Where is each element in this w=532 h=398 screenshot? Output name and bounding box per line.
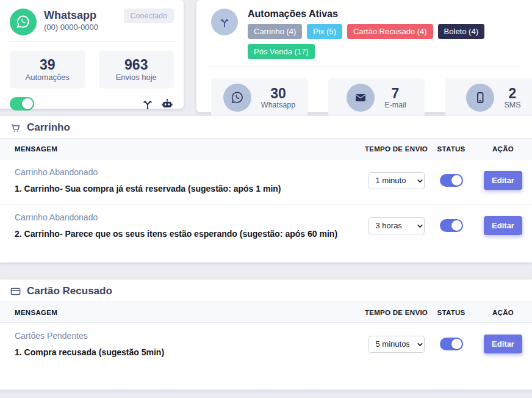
whatsapp-icon bbox=[223, 84, 251, 112]
edit-button[interactable]: Editar bbox=[484, 335, 522, 353]
automation-message: 2. Carrinho- Parece que os seus itens es… bbox=[15, 229, 352, 239]
automation-category: Carrinho Abandonado bbox=[15, 167, 352, 177]
delay-select[interactable]: 3 horas bbox=[368, 217, 425, 234]
whatsapp-card-header: Whatsapp (00) 0000-0000 Conectado bbox=[10, 9, 174, 35]
channel-value: 7 bbox=[384, 86, 406, 101]
message-cell: Cartões Pendentes 1. Compra recusada (su… bbox=[0, 331, 364, 357]
automation-category-badges: Carrinho (4) Pix (5) Cartão Recusado (4)… bbox=[248, 24, 517, 59]
whatsapp-card-titles: Whatsapp (00) 0000-0000 bbox=[44, 9, 98, 32]
delay-cell: 1 minuto bbox=[364, 172, 428, 189]
branch-arrows-icon bbox=[211, 9, 238, 35]
delay-cell: 5 minutos bbox=[364, 336, 428, 353]
action-cell: Editar bbox=[474, 335, 532, 353]
section-cartao-recusado: Cartão Recusado MENSAGEM TEMPO DE ENVIO … bbox=[0, 280, 532, 389]
active-automations-body: Automações Ativas Carrinho (4) Pix (5) C… bbox=[248, 7, 517, 59]
cart-icon bbox=[10, 122, 21, 134]
section-title-carrinho: Carrinho bbox=[0, 116, 532, 138]
section-title-text: Carrinho bbox=[27, 121, 70, 134]
status-toggle[interactable] bbox=[440, 174, 463, 187]
channel-label: SMS bbox=[504, 101, 520, 109]
automation-category: Carrinho Abandonado bbox=[15, 212, 352, 222]
status-toggle[interactable] bbox=[440, 338, 463, 350]
robot-icon[interactable] bbox=[160, 97, 174, 110]
channel-stat: 7 E-mail bbox=[384, 86, 406, 109]
section-title-cartao-recusado: Cartão Recusado bbox=[0, 280, 532, 302]
table-row: Cartões Pendentes 1. Compra recusada (su… bbox=[0, 323, 532, 367]
table-row: Carrinho Abandonado 1. Carrinho- Sua com… bbox=[0, 159, 532, 204]
column-status: STATUS bbox=[428, 309, 474, 316]
delay-cell: 3 horas bbox=[364, 217, 428, 234]
channel-value: 2 bbox=[504, 86, 520, 101]
table-header: MENSAGEM TEMPO DE ENVIO STATUS AÇÃO bbox=[0, 138, 532, 159]
stat-automations: 39 Automações bbox=[10, 51, 85, 89]
badge-pix[interactable]: Pix (5) bbox=[307, 24, 342, 39]
channel-label: Whatsapp bbox=[261, 101, 295, 109]
stat-sends-today: 963 Envios hoje bbox=[99, 51, 174, 89]
column-mensagem: MENSAGEM bbox=[0, 145, 364, 153]
column-acao: AÇÃO bbox=[474, 309, 532, 316]
message-cell: Carrinho Abandonado 1. Carrinho- Sua com… bbox=[0, 167, 364, 194]
channel-stat: 2 SMS bbox=[504, 86, 520, 109]
column-acao: AÇÃO bbox=[474, 145, 532, 153]
delay-select[interactable]: 1 minuto bbox=[368, 172, 425, 189]
edit-button[interactable]: Editar bbox=[484, 171, 522, 190]
connection-status-badge: Conectado bbox=[124, 9, 174, 23]
delay-select[interactable]: 5 minutos bbox=[368, 336, 425, 353]
column-tempo-de-envio: TEMPO DE ENVIO bbox=[364, 145, 428, 153]
badge-pos-venda[interactable]: Pós Venda (17) bbox=[248, 44, 315, 59]
automation-flow-icon[interactable] bbox=[141, 97, 154, 110]
next-section-edge bbox=[0, 389, 532, 398]
stat-value: 39 bbox=[40, 57, 56, 73]
summary-stats: 39 Automações 963 Envios hoje bbox=[10, 51, 174, 89]
automation-message: 1. Compra recusada (sugestão 5min) bbox=[15, 347, 352, 357]
whatsapp-enabled-toggle[interactable] bbox=[10, 97, 34, 110]
status-toggle[interactable] bbox=[440, 219, 463, 232]
automation-message: 1. Carrinho- Sua compra já está reservad… bbox=[15, 184, 352, 194]
stat-value: 963 bbox=[124, 57, 148, 73]
message-cell: Carrinho Abandonado 2. Carrinho- Parece … bbox=[0, 212, 364, 239]
edit-button[interactable]: Editar bbox=[484, 216, 522, 235]
badge-boleto[interactable]: Boleto (4) bbox=[438, 24, 484, 39]
channel-sms: 2 SMS bbox=[445, 78, 532, 117]
channel-stat: 30 Whatsapp bbox=[261, 86, 295, 109]
mobile-icon bbox=[466, 84, 494, 112]
automations-dashboard: Whatsapp (00) 0000-0000 Conectado 39 Aut… bbox=[0, 0, 532, 398]
credit-card-icon bbox=[10, 286, 21, 297]
column-mensagem: MENSAGEM bbox=[0, 309, 364, 316]
badge-carrinho[interactable]: Carrinho (4) bbox=[248, 24, 302, 39]
column-status: STATUS bbox=[428, 145, 474, 153]
stat-label: Automações bbox=[26, 73, 70, 82]
phone-number: (00) 0000-0000 bbox=[44, 23, 98, 32]
status-cell bbox=[428, 338, 474, 350]
badge-cartao-recusado[interactable]: Cartão Recusado (4) bbox=[347, 24, 433, 39]
section-heading: Automações Ativas bbox=[248, 9, 517, 20]
whatsapp-icon bbox=[10, 9, 37, 35]
column-tempo-de-envio: TEMPO DE ENVIO bbox=[364, 309, 428, 316]
channel-email: 7 E-mail bbox=[328, 78, 425, 117]
channel-label: E-mail bbox=[384, 101, 406, 109]
active-automations-header: Automações Ativas Carrinho (4) Pix (5) C… bbox=[211, 7, 517, 59]
status-cell bbox=[428, 174, 474, 187]
active-automations-card: Automações Ativas Carrinho (4) Pix (5) C… bbox=[196, 0, 532, 112]
action-cell: Editar bbox=[474, 216, 532, 235]
section-carrinho: Carrinho MENSAGEM TEMPO DE ENVIO STATUS … bbox=[0, 116, 532, 262]
divider bbox=[206, 67, 522, 67]
channel-stats: 30 Whatsapp 7 E-mail bbox=[211, 78, 517, 117]
table-row: Carrinho Abandonado 2. Carrinho- Parece … bbox=[0, 204, 532, 249]
whatsapp-summary-card: Whatsapp (00) 0000-0000 Conectado 39 Aut… bbox=[0, 0, 184, 109]
divider bbox=[9, 42, 175, 42]
status-cell bbox=[428, 219, 474, 232]
section-title-text: Cartão Recusado bbox=[27, 285, 112, 297]
card-title: Whatsapp bbox=[44, 9, 98, 23]
automation-category: Cartões Pendentes bbox=[15, 331, 352, 341]
email-icon bbox=[347, 84, 375, 112]
stat-label: Envios hoje bbox=[116, 73, 157, 82]
channel-value: 30 bbox=[261, 86, 295, 101]
whatsapp-card-footer bbox=[10, 97, 174, 110]
action-cell: Editar bbox=[474, 171, 532, 190]
table-header: MENSAGEM TEMPO DE ENVIO STATUS AÇÃO bbox=[0, 302, 532, 323]
channel-whatsapp: 30 Whatsapp bbox=[211, 78, 307, 117]
